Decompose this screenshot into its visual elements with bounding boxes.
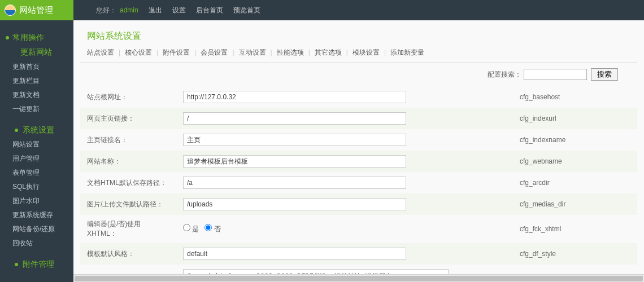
config-varname: cfg_df_style [513, 243, 637, 265]
config-label: 网站名称： [80, 151, 176, 172]
hello-username: admin [120, 6, 138, 14]
sidebar-item[interactable]: 更新栏目 [0, 74, 73, 88]
tab-item[interactable]: 模块设置 [353, 49, 380, 56]
config-label: 模板默认风格： [80, 243, 176, 265]
config-search-row: 配置搜索： 搜索 [80, 68, 637, 86]
radio-input[interactable] [204, 224, 212, 231]
sidebar-group-common: 常用操作 [0, 30, 73, 45]
search-input[interactable] [524, 69, 587, 80]
sidebar-group-system: 系统设置 [0, 123, 73, 138]
search-button[interactable]: 搜索 [591, 68, 618, 81]
tab-item[interactable]: 性能选项 [277, 49, 304, 56]
sidebar-item[interactable]: 用户管理 [0, 152, 73, 166]
config-varname: cfg_basehost [513, 86, 637, 108]
dot-icon [6, 36, 9, 39]
sidebar-group-attach: 附件管理 [0, 257, 73, 272]
config-input-cell [176, 129, 513, 151]
config-input-cell [176, 86, 513, 108]
sidebar-item[interactable]: 图片水印 [0, 194, 73, 208]
top-nav: 您好： admin 退出 设置 后台首页 预览首页 [73, 6, 260, 15]
tab-item[interactable]: 互动设置 [239, 49, 266, 56]
table-row: 文档HTML默认保存路径：cfg_arcdir [80, 172, 637, 193]
page-title: 网站系统设置 [80, 30, 637, 42]
config-varname: cfg_arcdir [513, 172, 637, 193]
search-label: 配置搜索： [488, 70, 521, 78]
nav-logout[interactable]: 退出 [149, 6, 162, 15]
sidebar-item[interactable]: 表单管理 [0, 166, 73, 180]
sidebar-item[interactable]: 网站备份/还原 [0, 222, 73, 236]
config-text-input[interactable] [183, 134, 406, 146]
logo: 网站管理 [0, 0, 73, 20]
table-row: 图片/上传文件默认路径：cfg_medias_dir [80, 193, 637, 215]
config-input-cell [176, 108, 513, 129]
config-input-cell [176, 151, 513, 172]
tab-item[interactable]: 核心设置 [125, 49, 152, 56]
logo-text: 网站管理 [19, 5, 53, 16]
sidebar: 常用操作 更新网站 更新首页更新栏目更新文档一键更新 系统设置 网站设置用户管理… [0, 20, 73, 282]
table-row: 模板默认风格：cfg_df_style [80, 243, 637, 265]
table-row: 编辑器(是/否)使用XHTML： 是 否cfg_fck_xhtml [80, 215, 637, 243]
config-label: 主页链接名： [80, 129, 176, 151]
config-text-input[interactable] [183, 112, 406, 125]
config-varname: cfg_fck_xhtml [513, 215, 637, 243]
tab-item[interactable]: 站点设置 [87, 49, 114, 56]
dot-icon [15, 263, 18, 266]
sidebar-item[interactable]: 更新首页 [0, 60, 73, 74]
config-label: 图片/上传文件默认路径： [80, 193, 176, 215]
radio-option[interactable]: 是 [183, 225, 199, 233]
config-label: 编辑器(是/否)使用XHTML： [80, 215, 176, 243]
sidebar-item[interactable]: 网站设置 [0, 138, 73, 152]
sidebar-item[interactable]: 更新系统缓存 [0, 208, 73, 222]
config-varname: cfg_indexurl [513, 108, 637, 129]
config-input-cell [176, 243, 513, 265]
top-bar: 网站管理 您好： admin 退出 设置 后台首页 预览首页 [0, 0, 644, 20]
config-text-input[interactable] [183, 155, 406, 168]
sidebar-item[interactable]: 一键更新 [0, 102, 73, 116]
user-icon [5, 5, 16, 16]
config-text-input[interactable] [183, 177, 406, 189]
table-row: 站点根网址：cfg_basehost [80, 86, 637, 108]
sidebar-item[interactable]: SQL执行 [0, 180, 73, 194]
config-table: 站点根网址：cfg_basehost网页主页链接：cfg_indexurl主页链… [80, 86, 637, 282]
horizontal-scrollbar[interactable] [73, 274, 644, 282]
config-label: 网页主页链接： [80, 108, 176, 129]
sidebar-item[interactable]: 更新文档 [0, 88, 73, 102]
settings-tabs: 站点设置|核心设置|附件设置|会员设置|互动设置|性能选项|其它选项|模块设置|… [80, 48, 637, 63]
config-label: 文档HTML默认保存路径： [80, 172, 176, 193]
tab-item[interactable]: 添加新变量 [390, 49, 424, 56]
config-varname: cfg_medias_dir [513, 193, 637, 215]
table-row: 网页主页链接：cfg_indexurl [80, 108, 637, 129]
main-content: 网站系统设置 站点设置|核心设置|附件设置|会员设置|互动设置|性能选项|其它选… [73, 20, 644, 282]
config-varname: cfg_indexname [513, 129, 637, 151]
config-text-input[interactable] [183, 198, 406, 210]
config-input-cell: 是 否 [176, 215, 513, 243]
sidebar-item[interactable]: 回收站 [0, 236, 73, 250]
config-input-cell [176, 172, 513, 193]
tab-item[interactable]: 会员设置 [201, 49, 228, 56]
tab-item[interactable]: 其它选项 [315, 49, 342, 56]
table-row: 网站名称：cfg_webname [80, 151, 637, 172]
table-row: 主页链接名：cfg_indexname [80, 129, 637, 151]
nav-preview-home[interactable]: 预览首页 [233, 6, 260, 15]
radio-input[interactable] [183, 224, 190, 231]
config-text-input[interactable] [183, 91, 406, 103]
sidebar-sub-update-site[interactable]: 更新网站 [0, 45, 73, 60]
nav-backend-home[interactable]: 后台首页 [196, 6, 223, 15]
dot-icon [15, 129, 18, 132]
hello-label: 您好： [96, 6, 116, 15]
config-varname: cfg_webname [513, 151, 637, 172]
tab-item[interactable]: 附件设置 [163, 49, 190, 56]
config-input-cell [176, 193, 513, 215]
config-label: 站点根网址： [80, 86, 176, 108]
radio-option[interactable]: 否 [204, 225, 220, 233]
config-text-input[interactable] [183, 248, 406, 260]
nav-settings[interactable]: 设置 [172, 6, 186, 15]
